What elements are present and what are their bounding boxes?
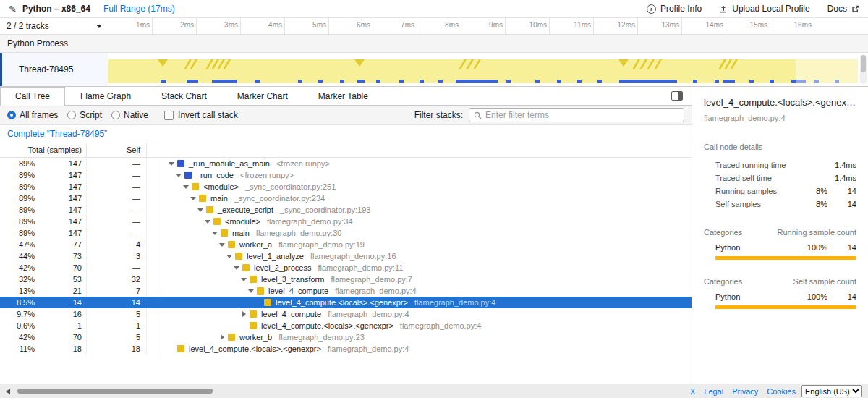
call-tree-header: Total (samples) Self <box>0 143 692 158</box>
search-icon <box>474 111 482 119</box>
thread-track[interactable]: Thread-78495 <box>0 53 868 87</box>
name-cell: mainflamegraph_demo.py:30 <box>161 227 692 239</box>
expander-open-icon[interactable] <box>167 158 177 169</box>
source-location: flamegraph_demo.py:30 <box>256 227 342 239</box>
expander-closed-icon[interactable] <box>218 331 228 343</box>
call-tree-row[interactable]: 11%1818level_4_compute.<locals>.<genexpr… <box>0 343 692 355</box>
name-cell: <module>flamegraph_demo.py:34 <box>161 216 692 227</box>
expander-open-icon[interactable] <box>232 262 242 274</box>
ruler-tick: 3ms <box>199 18 241 34</box>
profile-title[interactable]: Python – x86_64 <box>22 4 90 14</box>
column-name <box>161 143 692 157</box>
tab-marker-table[interactable]: Marker Table <box>303 87 383 105</box>
footer-link-cookies[interactable]: Cookies <box>767 387 796 396</box>
call-node-details-header: Call node details <box>704 143 856 151</box>
breadcrumb[interactable]: Complete “Thread-78495” <box>7 129 107 139</box>
expander-open-icon[interactable] <box>225 250 235 262</box>
call-tree-row[interactable]: 0.6%11level_4_compute.<locals>.<genexpr>… <box>0 320 692 331</box>
total-percent: 42% <box>0 262 35 274</box>
call-tree-row[interactable]: 9.7%165level_4_computeflamegraph_demo.py… <box>0 308 692 320</box>
name-cell: level_4_compute.<locals>.<genexpr>flameg… <box>161 320 692 331</box>
process-track-header[interactable]: Python Process <box>0 34 868 53</box>
tab-call-tree[interactable]: Call Tree <box>0 87 65 106</box>
radio-label: Native <box>124 110 148 120</box>
call-tree-row[interactable]: 13%217level_4_computeflamegraph_demo.py:… <box>0 285 692 297</box>
radio-all-frames[interactable]: All frames <box>7 110 58 120</box>
scroll-left-arrow-icon[interactable] <box>6 389 10 394</box>
column-self[interactable]: Self <box>87 143 147 157</box>
call-tree-row[interactable]: 89%147—_run_module_as_main<frozen runpy> <box>0 158 692 169</box>
metric-value: 1.4ms <box>827 174 856 182</box>
row-gutter <box>147 181 161 192</box>
expander-open-icon[interactable] <box>239 274 250 285</box>
expander-open-icon[interactable] <box>210 227 221 239</box>
call-tree-row[interactable]: 44%733level_1_analyzeflamegraph_demo.py:… <box>0 250 692 262</box>
name-cell: level_4_computeflamegraph_demo.py:4 <box>161 285 692 297</box>
vertical-scrollbar-thumb[interactable] <box>861 55 866 72</box>
docs-link[interactable]: Docs <box>827 4 859 14</box>
call-tree-row[interactable]: 89%147—main_sync_coordinator.py:234 <box>0 192 692 204</box>
call-tree-row[interactable]: 89%147—_execute_script_sync_coordinator.… <box>0 204 692 216</box>
total-samples: 147 <box>35 169 86 181</box>
footer-link-x[interactable]: X <box>690 387 695 396</box>
expander-open-icon[interactable] <box>218 239 228 250</box>
call-tree-row[interactable]: 89%147—<module>_sync_coordinator.py:251 <box>0 181 692 192</box>
sample-tick <box>212 80 237 83</box>
radio-script[interactable]: Script <box>67 110 102 120</box>
tracks-dropdown[interactable]: 2 / 2 tracks <box>0 18 109 34</box>
call-tree-row[interactable]: 8.5%1414level_4_compute.<locals>.<genexp… <box>0 297 692 308</box>
expander-open-icon[interactable] <box>189 192 199 204</box>
expander-open-icon[interactable] <box>174 169 184 181</box>
timeline-vertical-scrollbar[interactable] <box>860 55 867 84</box>
thread-activity-graph[interactable] <box>109 53 858 86</box>
tab-marker-chart[interactable]: Marker Chart <box>222 87 303 105</box>
horizontal-scrollbar-thumb[interactable] <box>17 389 213 394</box>
expander-open-icon[interactable] <box>247 285 257 297</box>
total-cell: 42%70 <box>0 262 87 274</box>
call-tree-row[interactable]: 89%147—mainflamegraph_demo.py:30 <box>0 227 692 239</box>
call-tree-row[interactable]: 89%147—<module>flamegraph_demo.py:34 <box>0 216 692 227</box>
sidebar-toggle-icon[interactable] <box>671 91 683 101</box>
tab-flame-graph[interactable]: Flame Graph <box>65 87 146 105</box>
call-tree-row[interactable]: 32%5332level_3_transformflamegraph_demo.… <box>0 274 692 285</box>
total-samples: 1 <box>35 320 86 331</box>
name-cell: level_4_compute.<locals>.<genexpr>flameg… <box>161 343 692 355</box>
call-tree-row[interactable]: 89%147—_run_code<frozen runpy> <box>0 169 692 181</box>
self-samples: — <box>87 204 147 216</box>
expander-closed-icon[interactable] <box>239 308 250 320</box>
function-name: level_4_compute.<locals>.<genexpr> <box>276 297 408 308</box>
filter-input[interactable] <box>485 110 679 120</box>
function-name: <module> <box>203 181 239 192</box>
row-gutter <box>147 274 161 285</box>
profile-info-button[interactable]: i Profile Info <box>647 4 702 14</box>
full-range-link[interactable]: Full Range (17ms) <box>103 4 175 14</box>
total-samples: 147 <box>35 216 86 227</box>
footer-link-legal[interactable]: Legal <box>704 387 723 396</box>
expander-open-icon[interactable] <box>196 204 206 216</box>
frame-filter-radios: All framesScriptNative <box>7 110 148 120</box>
sample-tick <box>693 80 697 83</box>
expander-open-icon[interactable] <box>182 181 192 192</box>
call-tree-row[interactable]: 42%70—level_2_processflamegraph_demo.py:… <box>0 262 692 274</box>
thread-name: Thread-78495 <box>19 64 73 75</box>
function-name: main <box>232 227 250 239</box>
radio-native[interactable]: Native <box>111 110 148 120</box>
horizontal-scrollbar[interactable] <box>16 389 671 394</box>
language-select[interactable]: English (US) <box>801 385 862 397</box>
column-total-samples[interactable]: Total (samples) <box>0 143 87 157</box>
footer-link-privacy[interactable]: Privacy <box>732 387 758 396</box>
self-samples: 4 <box>87 239 147 250</box>
radio-icon <box>67 111 76 119</box>
invert-call-stack-checkbox[interactable]: Invert call stack <box>164 110 238 120</box>
call-tree-row[interactable]: 42%705worker_bflamegraph_demo.py:23 <box>0 331 692 343</box>
edit-profile-name-icon[interactable]: ✎ <box>9 4 17 14</box>
tab-stack-chart[interactable]: Stack Chart <box>146 87 222 105</box>
thread-track-label[interactable]: Thread-78495 <box>0 53 109 86</box>
total-percent: 13% <box>0 285 35 297</box>
ruler-tick: 11ms <box>552 18 594 34</box>
category-percent: 100% <box>796 292 827 301</box>
filter-searchbox[interactable] <box>469 108 684 122</box>
call-tree-row[interactable]: 47%774worker_aflamegraph_demo.py:19 <box>0 239 692 250</box>
expander-open-icon[interactable] <box>203 216 213 227</box>
upload-local-profile-button[interactable]: Upload Local Profile <box>719 4 809 14</box>
